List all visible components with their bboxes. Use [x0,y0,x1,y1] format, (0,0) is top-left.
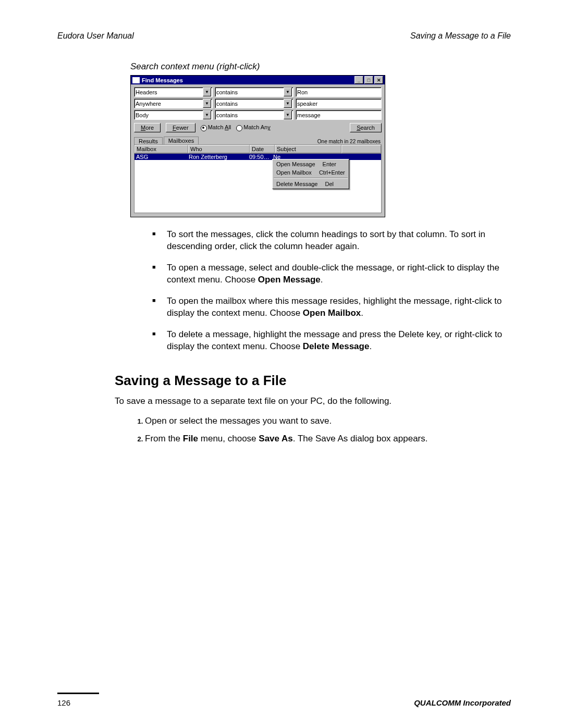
footer-company: QUALCOMM Incorporated [414,698,511,707]
op-select-1-value: contains [216,89,284,95]
figure-caption: Search context menu (right-click) [130,61,511,72]
field-select-1[interactable]: Headers ▼ [134,87,213,97]
op-select-3[interactable]: contains ▼ [215,110,293,120]
chevron-down-icon: ▼ [203,88,211,96]
menu-delete-message[interactable]: Delete Message Del [273,180,348,188]
op-select-2-value: contains [216,101,284,107]
field-select-3-value: Body [136,112,203,118]
criteria-row-1: Headers ▼ contains ▼ Ron [134,87,382,97]
col-mailbox[interactable]: Mailbox [134,145,188,153]
window-titlebar[interactable]: Find Messages _ □ ✕ [131,76,385,84]
value-input-2-text: speaker [297,101,317,107]
cell-date: 09:50… [248,154,272,160]
field-select-2-value: Anywhere [136,101,203,107]
menu-open-mailbox-shortcut: Ctrl+Enter [319,169,345,176]
value-input-1[interactable]: Ron [296,87,382,97]
chevron-down-icon: ▼ [284,88,292,96]
menu-open-message-label: Open Message [276,161,315,167]
menu-delete-message-shortcut: Del [325,181,334,187]
menu-open-mailbox[interactable]: Open Mailbox Ctrl+Enter [273,168,348,177]
instruction-bullets: To sort the messages, click the column h… [146,229,511,353]
step-list: Open or select the messages you want to … [130,416,511,444]
col-date[interactable]: Date [250,145,275,153]
context-menu: Open Message Enter Open Mailbox Ctrl+Ent… [272,159,349,189]
results-list[interactable]: Mailbox Who Date Subject ASG Ron Zetterb… [134,144,382,213]
bullet-delete-message: To delete a message, highlight the messa… [167,329,511,353]
app-icon [132,77,140,83]
col-who[interactable]: Who [188,145,250,153]
criteria-row-3: Body ▼ contains ▼ message [134,110,382,120]
col-subject[interactable]: Subject [275,145,341,153]
menu-delete-message-label: Delete Message [276,181,318,187]
value-input-2[interactable]: speaker [296,98,382,108]
chevron-down-icon: ▼ [284,110,292,119]
match-mode-radiogroup: Match All Match Any [201,124,271,131]
menu-separator [274,178,348,179]
bullet-open-message: To open a message, select and double-cli… [167,262,511,286]
menu-open-message[interactable]: Open Message Enter [273,160,348,168]
step-1: Open or select the messages you want to … [145,416,511,426]
field-select-3[interactable]: Body ▼ [134,110,213,120]
doc-header-left: Eudora User Manual [57,31,134,41]
chevron-down-icon: ▼ [284,99,292,108]
maximize-button[interactable]: □ [364,76,373,84]
op-select-3-value: contains [216,112,284,118]
field-select-2[interactable]: Anywhere ▼ [134,98,213,108]
menu-open-mailbox-label: Open Mailbox [276,169,312,176]
value-input-3-text: message [297,112,321,118]
minimize-button[interactable]: _ [354,76,363,84]
tab-mailboxes[interactable]: Mailboxes [164,137,199,144]
fewer-button[interactable]: Fewer [166,123,195,132]
match-any-radio[interactable]: Match Any [236,124,270,131]
bullet-open-mailbox: To open the mailbox where this message r… [167,295,511,319]
section-heading: Saving a Message to a File [115,373,511,389]
field-select-1-value: Headers [136,89,203,95]
footer-rule [57,693,99,694]
bullet-sort: To sort the messages, click the column h… [167,229,511,253]
menu-open-message-shortcut: Enter [323,161,336,167]
col-spacer [341,145,381,153]
value-input-3[interactable]: message [296,110,382,120]
results-header[interactable]: Mailbox Who Date Subject [134,145,381,154]
op-select-2[interactable]: contains ▼ [215,98,293,108]
criteria-row-2: Anywhere ▼ contains ▼ speaker [134,98,382,108]
more-button[interactable]: More [134,123,161,132]
chevron-down-icon: ▼ [203,99,211,108]
intro-paragraph: To save a message to a separate text fil… [115,396,511,406]
chevron-down-icon: ▼ [203,110,211,119]
op-select-1[interactable]: contains ▼ [215,87,293,97]
tab-results[interactable]: Results [134,137,163,145]
step-2: From the File menu, choose Save As. The … [145,434,511,444]
window-title: Find Messages [142,77,183,83]
search-button[interactable]: Search [350,123,382,132]
results-status: One match in 22 mailboxes [200,139,382,144]
cell-mailbox: ASG [134,154,187,160]
cell-who: Ron Zetterberg [187,154,248,160]
doc-header-right: Saving a Message to a File [410,31,511,41]
value-input-1-text: Ron [297,89,308,95]
match-all-radio[interactable]: Match All [201,124,231,131]
find-messages-window: Find Messages _ □ ✕ Headers ▼ contains ▼… [130,75,385,217]
close-button[interactable]: ✕ [374,76,383,84]
page-number: 126 [57,698,70,707]
